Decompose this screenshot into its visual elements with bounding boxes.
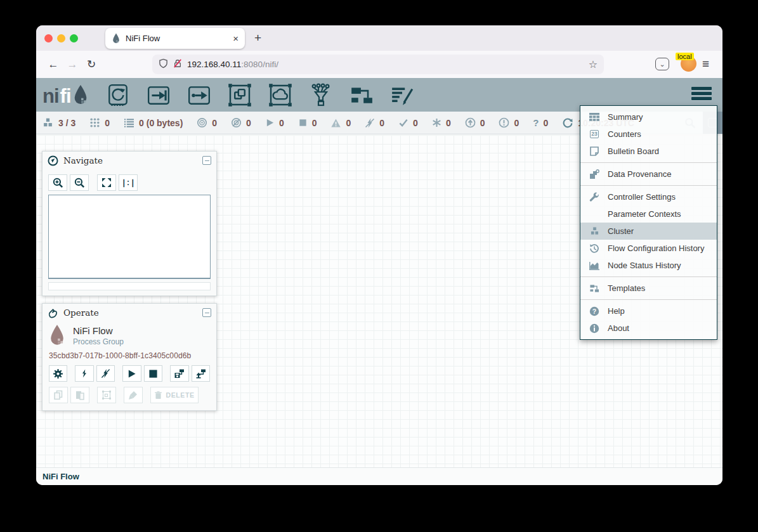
menu-item-counters[interactable]: 23 Counters (580, 126, 717, 143)
address-bar[interactable]: 192.168.40.11:8080/nifi/ ☆ (152, 55, 604, 74)
navigate-controls: ❘:❘ (48, 174, 211, 191)
menu-item-parameter-contexts[interactable]: Parameter Contexts (580, 205, 717, 223)
processor-icon[interactable] (105, 82, 131, 108)
component-palette (105, 82, 415, 108)
output-port-icon[interactable] (186, 82, 212, 108)
pocket-icon[interactable]: ⌄ (655, 58, 669, 70)
delete-button[interactable]: DELETE (150, 387, 199, 403)
group-button[interactable] (97, 387, 116, 403)
stale-status: 0 (465, 117, 485, 128)
bookmark-star-icon[interactable]: ☆ (589, 58, 598, 70)
template-icon (589, 283, 600, 293)
bulletin-note-icon (589, 146, 600, 156)
invalid-status: 0 (330, 118, 351, 128)
menu-item-node-status-history[interactable]: Node Status History (580, 257, 717, 274)
not-transmitting-status: 0 (231, 117, 251, 128)
zoom-in-button[interactable] (48, 174, 67, 191)
new-tab-icon[interactable]: + (254, 31, 261, 45)
disable-button[interactable] (96, 365, 115, 382)
svg-text:?: ? (592, 307, 596, 315)
transmitting-status: 0 (197, 117, 217, 128)
queued-status: 0 (0 bytes) (124, 118, 183, 128)
operate-panel: Operate NiFi Flow Process Group 35cbd3b7… (42, 303, 217, 411)
configuration-button[interactable] (49, 365, 67, 382)
connected-nodes-status: 3 / 3 (42, 117, 75, 128)
menu-item-flow-configuration-history[interactable]: Flow Configuration History (580, 240, 717, 257)
navigate-panel-header[interactable]: Navigate (42, 152, 216, 169)
input-port-icon[interactable] (146, 82, 171, 108)
reload-icon[interactable]: ↻ (82, 58, 101, 71)
stop-button[interactable] (144, 365, 162, 382)
url-text: 192.168.40.11:8080/nifi/ (187, 60, 278, 69)
selection-id: 35cbd3b7-017b-1000-8bff-1c3405c00d6b (42, 346, 216, 360)
operate-actions-row-1 (49, 365, 210, 382)
collapse-navigate-icon[interactable] (202, 156, 211, 165)
enable-button[interactable] (75, 365, 93, 382)
save-template-button[interactable] (170, 365, 188, 382)
tab-title: NiFi Flow (126, 34, 228, 43)
global-menu-icon[interactable] (691, 87, 712, 100)
operate-panel-header[interactable]: Operate (42, 304, 216, 321)
remote-process-group-icon[interactable] (268, 82, 293, 108)
browser-navigation-bar: ← → ↻ 192.168.40.11:8080/nifi/ ☆ ⌄ local… (36, 51, 722, 78)
menu-item-help[interactable]: ? Help (580, 302, 717, 320)
process-group-icon[interactable] (227, 82, 252, 108)
menu-item-bulletin-board[interactable]: Bulletin Board (580, 143, 717, 160)
menu-section-status: Summary 23 Counters Bulletin Board (580, 106, 717, 162)
transmitting-icon (197, 117, 207, 128)
insecure-lock-icon[interactable] (173, 58, 182, 71)
zoom-out-button[interactable] (70, 174, 89, 191)
start-button[interactable] (122, 365, 141, 382)
wrench-icon (589, 192, 600, 202)
firefox-menu-icon[interactable]: ≡ (702, 57, 709, 71)
menu-item-data-provenance[interactable]: Data Provenance (580, 165, 717, 183)
selection-header: NiFi Flow Process Group (42, 321, 216, 346)
birdseye-minimap[interactable] (48, 195, 211, 279)
template-icon[interactable] (349, 82, 374, 108)
nifi-logo: nifi (42, 84, 89, 105)
close-tab-icon[interactable]: × (233, 34, 239, 43)
sync-failure-status: ? 0 (533, 118, 548, 128)
navigate-panel-title: Navigate (63, 155, 197, 165)
menu-section-templates: Templates (580, 276, 717, 299)
zoom-fit-button[interactable] (97, 174, 116, 191)
menu-item-templates[interactable]: Templates (580, 280, 717, 297)
color-brush-button[interactable] (124, 387, 143, 403)
nifi-logo-drop-icon (72, 84, 89, 105)
cluster-icon (589, 226, 600, 236)
menu-item-summary[interactable]: Summary (580, 108, 717, 126)
refresh-icon[interactable] (562, 117, 573, 128)
upload-template-button[interactable] (192, 365, 210, 382)
menu-item-about[interactable]: About (580, 320, 717, 337)
macos-close-button[interactable] (44, 34, 53, 42)
menu-item-controller-settings[interactable]: Controller Settings (580, 188, 717, 205)
back-icon[interactable]: ← (44, 58, 63, 71)
shield-icon[interactable] (159, 58, 168, 71)
collapse-operate-icon[interactable] (202, 308, 211, 317)
cluster-icon (42, 117, 54, 128)
menu-item-cluster[interactable]: Cluster (580, 223, 717, 240)
url-host: 192.168.40.11 (187, 60, 241, 69)
menu-section-settings: Controller Settings Parameter Contexts C… (580, 185, 717, 276)
about-info-icon (589, 323, 600, 334)
question-icon: ? (533, 118, 539, 127)
trash-icon (154, 391, 162, 399)
breadcrumb-bar: NiFi Flow (36, 467, 722, 485)
macos-minimize-button[interactable] (57, 34, 65, 42)
macos-zoom-button[interactable] (70, 34, 78, 42)
breadcrumb-root[interactable]: NiFi Flow (42, 472, 79, 481)
browser-window: NiFi Flow × + ← → ↻ 192.168.40.11:8080/n… (36, 25, 722, 485)
browser-tab[interactable]: NiFi Flow × (105, 28, 245, 49)
label-icon[interactable] (389, 82, 415, 108)
selection-type: Process Group (73, 337, 124, 346)
forward-icon[interactable]: → (63, 58, 82, 71)
paste-button[interactable] (70, 387, 89, 403)
area-chart-icon (589, 261, 600, 270)
funnel-icon[interactable] (308, 82, 334, 108)
copy-button[interactable] (49, 387, 68, 403)
zoom-actual-size-button[interactable]: ❘:❘ (119, 174, 138, 191)
operate-panel-title: Operate (63, 308, 197, 318)
delete-button-label: DELETE (166, 391, 194, 399)
summary-table-icon (589, 113, 600, 122)
nifi-logo-fi: fi (60, 88, 71, 105)
